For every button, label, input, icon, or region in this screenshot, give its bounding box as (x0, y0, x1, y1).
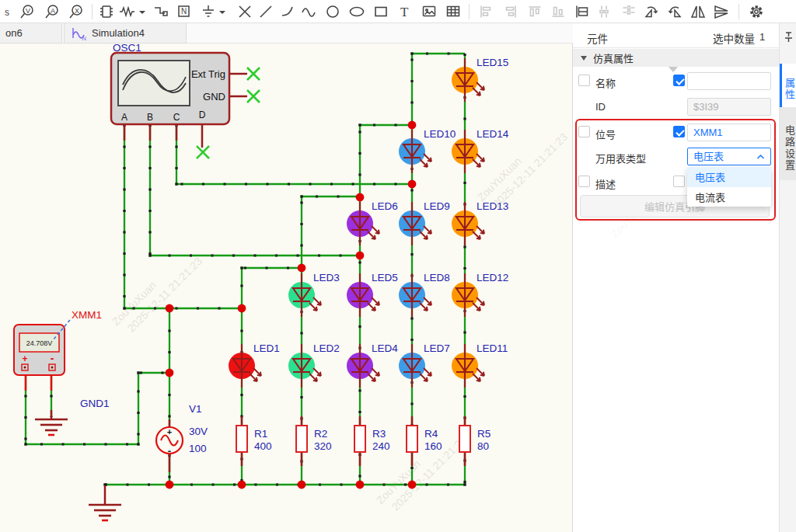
resistor-dropdown-arrow[interactable] (138, 2, 147, 21)
properties-panel: ZouYuXuan 元件 选中数量 1 仿真属性 名称 ID $3I39 位号 … (573, 23, 796, 532)
svg-text:R3: R3 (372, 428, 386, 440)
led-9[interactable]: LED9 (399, 200, 450, 245)
meter-type-select[interactable]: 电压表 (687, 148, 771, 165)
section-sim-props[interactable]: 仿真属性 (573, 49, 779, 67)
ground-icon[interactable] (199, 2, 218, 21)
led-12[interactable]: LED12 (452, 272, 508, 317)
led-8[interactable]: LED8 (399, 272, 450, 317)
svg-text:LED5: LED5 (372, 272, 398, 283)
oscilloscope-osc1[interactable]: Ext Trig GND A B C D OSC1 (111, 43, 229, 124)
name-input[interactable] (687, 72, 771, 90)
side-tab-circuit-settings[interactable]: 电路设置 (780, 107, 796, 180)
svg-text:LED1: LED1 (253, 342, 280, 354)
align-left-icon[interactable] (477, 2, 495, 21)
flip-vertical-icon[interactable] (712, 2, 731, 21)
netlabel-icon[interactable]: N (175, 2, 194, 21)
desc-show-checkbox[interactable] (578, 176, 590, 187)
svg-text:T: T (400, 5, 409, 19)
schematic-canvas[interactable]: ZouYuXuan2025-12-11 21:21:23 ZouYuXuan20… (0, 43, 573, 532)
led-5[interactable]: LED5 (347, 272, 398, 317)
probe-voltage-icon[interactable]: V (18, 2, 37, 21)
led-11[interactable]: LED11 (452, 342, 508, 388)
id-label: ID (595, 101, 606, 113)
name-show-checkbox[interactable] (578, 75, 590, 86)
svg-text:100: 100 (189, 443, 207, 454)
led-4[interactable]: LED4 (347, 342, 398, 388)
svg-text:LED4: LED4 (372, 342, 398, 354)
tab-simulation6[interactable]: on6 (0, 23, 62, 43)
distribute-h-icon[interactable] (596, 2, 615, 21)
ic-chip-icon[interactable] (97, 2, 116, 21)
svg-text:N: N (82, 35, 86, 41)
arc-tool-icon[interactable] (278, 2, 297, 21)
resistor-r1[interactable]: R1 400 (236, 416, 272, 466)
table-tool-icon[interactable] (444, 2, 463, 21)
led-2[interactable]: LED2 (288, 342, 340, 388)
document-tab-bar: on6 N Simulation4 (0, 23, 573, 43)
svg-text:R1: R1 (254, 428, 267, 440)
rotate-cw-icon[interactable] (665, 2, 684, 21)
ground-main[interactable] (89, 505, 121, 520)
delete-icon[interactable] (236, 2, 254, 21)
ground-dropdown-arrow[interactable] (218, 2, 227, 21)
name-value-checkbox[interactable] (673, 75, 685, 86)
circle-tool-icon[interactable] (323, 2, 342, 21)
led-7[interactable]: LED7 (399, 342, 450, 388)
ground-gnd1[interactable]: GND1 (35, 398, 110, 435)
resistor-icon[interactable] (119, 2, 138, 21)
svg-text:V: V (26, 7, 30, 15)
waveform-icon: N (71, 26, 88, 41)
align-bottom-icon[interactable] (549, 2, 567, 21)
flip-horizontal-icon[interactable] (689, 2, 707, 21)
svg-text:160: 160 (424, 440, 442, 452)
designator-value-checkbox[interactable] (673, 126, 685, 137)
netport-icon[interactable] (152, 2, 170, 21)
image-tool-icon[interactable] (420, 2, 438, 21)
id-input: $3I39 (687, 98, 771, 116)
resistor-r2[interactable]: R2 320 (296, 416, 332, 466)
svg-text:s: s (5, 7, 9, 18)
led-6[interactable]: LED6 (347, 200, 398, 245)
led-3[interactable]: LED3 (288, 272, 340, 317)
osc1-label[interactable]: OSC1 (113, 43, 141, 54)
probe-x-icon[interactable]: X (67, 2, 86, 21)
spline-tool-icon[interactable] (300, 2, 319, 21)
expander-arrow[interactable] (669, 67, 678, 72)
designator-input[interactable]: XMM1 (687, 123, 771, 141)
partial-icon[interactable]: s (0, 2, 14, 21)
rect-tool-icon[interactable] (372, 2, 390, 21)
dropdown-option-voltmeter[interactable]: 电压表 (687, 167, 771, 187)
line-tool-icon[interactable] (257, 2, 275, 21)
voltage-source-v1[interactable]: + - V1 30V 100 (156, 403, 208, 457)
led-14[interactable]: LED14 (452, 128, 509, 173)
tab-simulation4[interactable]: N Simulation4 (64, 23, 187, 43)
xmm1-label[interactable]: XMM1 (72, 309, 102, 321)
pin-icon[interactable] (783, 31, 794, 43)
resistor-r3[interactable]: R3 240 (354, 416, 390, 466)
svg-text:LED6: LED6 (372, 200, 398, 212)
rotate-ccw-icon[interactable] (642, 2, 661, 21)
dropdown-option-ammeter[interactable]: 电流表 (687, 187, 771, 207)
svg-text:R5: R5 (477, 428, 491, 440)
svg-text:Ext Trig: Ext Trig (191, 68, 225, 80)
desc-value-checkbox[interactable] (673, 176, 685, 187)
led-13[interactable]: LED13 (452, 200, 508, 245)
align-right-icon[interactable] (501, 2, 520, 21)
resistor-r5[interactable]: R5 80 (459, 416, 491, 466)
distribute-v-icon[interactable] (620, 2, 638, 21)
align-top-icon[interactable] (525, 2, 544, 21)
align-center-icon[interactable] (573, 2, 592, 21)
chevron-up-icon (756, 154, 765, 160)
multimeter-xmm1[interactable]: 24.708V + - XMM1 (14, 309, 102, 375)
svg-text:GND1: GND1 (80, 398, 110, 409)
svg-text:LED14: LED14 (477, 128, 509, 140)
led-1[interactable]: LED1 (229, 342, 280, 388)
led-10[interactable]: LED10 (399, 128, 456, 173)
led-15[interactable]: LED15 (452, 57, 508, 102)
side-tab-properties[interactable]: 属性 (780, 64, 796, 107)
settings-gear-icon[interactable] (747, 2, 766, 21)
ellipse-tool-icon[interactable] (347, 2, 366, 21)
probe-current-icon[interactable]: A (43, 2, 61, 21)
designator-show-checkbox[interactable] (578, 126, 590, 137)
text-tool-icon[interactable]: T (396, 2, 414, 21)
